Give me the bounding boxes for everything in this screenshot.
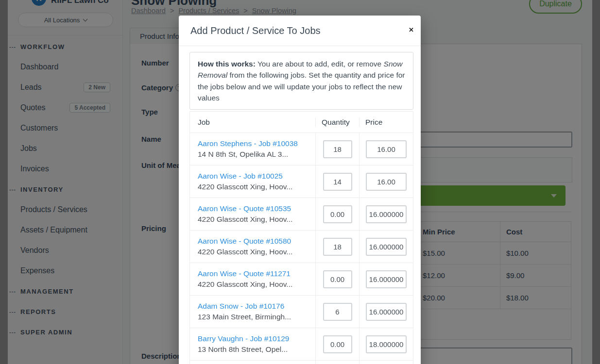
job-link[interactable]: Aaron Wise - Quote #11271 <box>198 269 315 278</box>
quantity-input[interactable] <box>323 303 352 321</box>
jobs-table: Job Quantity Price Aaron Stephens - Job … <box>189 111 413 364</box>
job-address: 123 Main Street, Birmingh... <box>198 313 315 321</box>
quantity-input[interactable] <box>323 205 352 223</box>
info-text-1: You are about to add, edit, or remove <box>256 60 384 68</box>
job-link[interactable]: Adam Snow - Job #10176 <box>198 302 315 311</box>
job-row: Aaron Wise - Quote #10535 4220 Glasscott… <box>190 198 413 231</box>
price-column-header: Price <box>359 118 413 127</box>
price-input[interactable] <box>366 303 407 321</box>
job-row: Adam Snow - Job #10176 123 Main Street, … <box>190 296 413 328</box>
job-row: Aaron Wise - Job #10025 4220 Glasscott X… <box>190 165 413 198</box>
add-product-service-modal: Add Product / Service To Jobs ✕ How this… <box>179 16 421 364</box>
job-row: Aaron Wise - Quote #10580 4220 Glasscott… <box>190 231 413 263</box>
modal-header: Add Product / Service To Jobs ✕ <box>179 16 421 46</box>
job-link[interactable]: Aaron Wise - Job #10025 <box>198 172 315 181</box>
info-text-2: from the following jobs. Set the quantit… <box>198 71 405 102</box>
job-row: Aaron Wise - Quote #11271 4220 Glasscott… <box>190 263 413 296</box>
job-link[interactable]: Aaron Wise - Quote #10535 <box>198 204 315 213</box>
how-this-works-info: How this works: You are about to add, ed… <box>189 52 413 110</box>
left-edge-rail <box>0 0 8 364</box>
price-input[interactable] <box>366 238 407 256</box>
price-input[interactable] <box>366 140 407 158</box>
job-row: Aaron Stephens - Job #10038 14 N 8th St,… <box>190 133 413 165</box>
job-column-header: Job <box>190 118 315 127</box>
quantity-column-header: Quantity <box>315 118 359 127</box>
quantity-input[interactable] <box>323 173 352 191</box>
job-address: 4220 Glasscott Xing, Hoov... <box>198 280 315 289</box>
jobs-table-header: Job Quantity Price <box>190 112 413 133</box>
job-row: Barry Vaughn - Job #10129 13 North 8th S… <box>190 328 413 361</box>
price-input[interactable] <box>366 270 407 288</box>
price-input[interactable] <box>366 205 407 223</box>
price-input[interactable] <box>366 173 407 191</box>
close-icon[interactable]: ✕ <box>409 26 414 33</box>
job-address: 4220 Glasscott Xing, Hoov... <box>198 215 315 224</box>
info-bold-text: How this works: <box>198 60 256 68</box>
job-address: 4220 Glasscott Xing, Hoov... <box>198 182 315 191</box>
job-address: 14 N 8th St, Opelika AL 3... <box>198 150 315 159</box>
job-row: Barry Vaughn - Quote #10691 13 North 8th… <box>190 361 413 364</box>
job-link[interactable]: Barry Vaughn - Job #10129 <box>198 334 315 343</box>
price-input[interactable] <box>366 335 407 353</box>
modal-title: Add Product / Service To Jobs <box>190 25 321 36</box>
job-link[interactable]: Aaron Stephens - Job #10038 <box>198 139 315 148</box>
job-link[interactable]: Aaron Wise - Quote #10580 <box>198 237 315 246</box>
job-address: 13 North 8th Street, Opel... <box>198 345 315 354</box>
page-scrollbar[interactable] <box>592 0 600 364</box>
quantity-input[interactable] <box>323 140 352 158</box>
quantity-input[interactable] <box>323 238 352 256</box>
modal-body: How this works: You are about to add, ed… <box>179 46 421 364</box>
quantity-input[interactable] <box>323 335 352 353</box>
job-address: 4220 Glasscott Xing, Hoov... <box>198 248 315 256</box>
quantity-input[interactable] <box>323 270 352 288</box>
